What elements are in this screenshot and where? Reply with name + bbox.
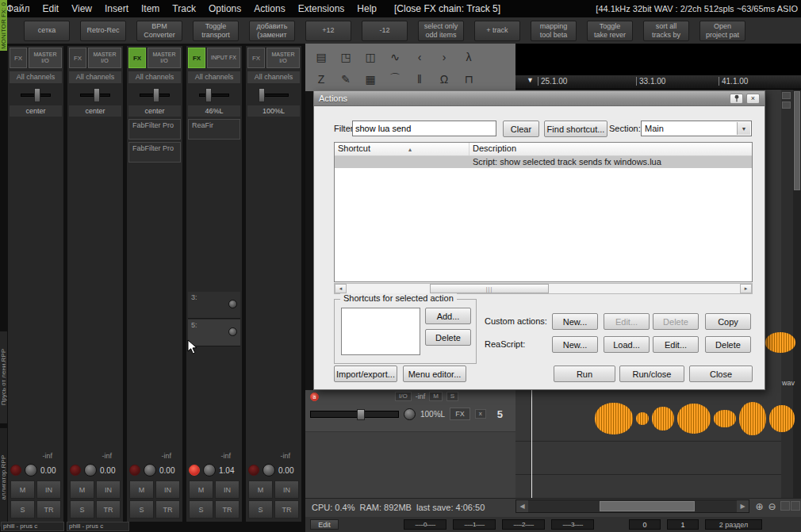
channels-selector[interactable]: All channels: [128, 71, 181, 83]
corner-grip[interactable]: [791, 501, 800, 511]
zoom-in-icon[interactable]: ⊕: [753, 500, 765, 512]
scroll-right-icon[interactable]: ▶: [737, 500, 749, 512]
io-button[interactable]: MASTER I/O: [148, 48, 181, 68]
reascript-load-button[interactable]: Load...: [604, 336, 650, 353]
toolbar-sort-tracks-button[interactable]: sort all tracks by: [643, 21, 689, 41]
transport-field-4[interactable]: -----3-----: [551, 519, 594, 530]
io-button[interactable]: INPUT FX: [207, 48, 240, 68]
solo-button[interactable]: S: [70, 500, 94, 519]
column-header-description[interactable]: Description: [469, 143, 752, 155]
send-knob[interactable]: [228, 300, 237, 308]
menu-edit[interactable]: Edit: [36, 3, 66, 14]
trim-button[interactable]: TR: [96, 500, 121, 519]
delete-shortcut-button[interactable]: Delete: [425, 329, 471, 346]
lines-icon[interactable]: ‖: [410, 71, 429, 88]
custom-new-button[interactable]: New...: [552, 313, 598, 330]
marker-flag-icon[interactable]: ▼: [527, 76, 534, 84]
channels-selector[interactable]: All channels: [247, 71, 300, 83]
fx-badge[interactable]: FX: [188, 48, 205, 68]
horizontal-scrollbar[interactable]: ◀ ▶: [515, 499, 749, 513]
grid-icon[interactable]: ▦: [361, 71, 380, 88]
record-arm-button[interactable]: [10, 465, 21, 476]
io-button[interactable]: MASTER I/O: [88, 48, 121, 68]
fx-badge[interactable]: FX: [128, 48, 146, 68]
toolbar-select-odd-items-button[interactable]: select only odd items: [418, 21, 464, 41]
transport-value-1[interactable]: 0: [629, 519, 661, 530]
toolbar-add-replace-button[interactable]: добавить (заменит: [249, 21, 295, 41]
project-tab-2[interactable]: аллигатор.RPP: [0, 428, 7, 526]
transport-field-1[interactable]: -----0-----: [404, 519, 446, 530]
mute-button[interactable]: M: [10, 480, 35, 499]
send-knob[interactable]: [228, 327, 237, 336]
fx-slot[interactable]: FabFilter Pro: [128, 142, 181, 163]
vertical-scrollbar[interactable]: [793, 90, 801, 498]
mute-button[interactable]: M: [248, 480, 273, 499]
scroll-right-icon[interactable]: ▸: [740, 284, 752, 293]
fx-badge[interactable]: FX: [69, 48, 86, 68]
section-dropdown[interactable]: Main ▼: [641, 121, 752, 136]
toolbar-mapping-tool-button[interactable]: mapping tool beta: [531, 21, 577, 41]
toolbar-grid-button[interactable]: сетка: [24, 21, 70, 41]
toolbar-plus12-button[interactable]: +12: [305, 21, 351, 41]
list-horizontal-scrollbar[interactable]: ◂ ||| ▸: [334, 283, 753, 294]
find-shortcut-button[interactable]: Find shortcut...: [544, 121, 607, 137]
scroll-left-icon[interactable]: ◀: [516, 500, 528, 512]
menu-extensions[interactable]: Extensions: [292, 3, 351, 14]
track-mini-button[interactable]: [782, 92, 791, 99]
input-button[interactable]: IN: [96, 480, 121, 499]
solo-button[interactable]: S: [10, 500, 35, 519]
close-button[interactable]: Close: [689, 366, 753, 382]
input-button[interactable]: IN: [155, 480, 180, 499]
menu-context-label[interactable]: [Close FX chain: Track 5]: [394, 3, 500, 14]
corner-grip[interactable]: [780, 501, 790, 511]
io-button[interactable]: MASTER I/O: [266, 48, 300, 68]
io-button[interactable]: I/O: [395, 392, 412, 401]
menu-help[interactable]: Help: [351, 3, 383, 14]
media-item-label[interactable]: phill - prus c: [67, 522, 129, 531]
horizontal-scrollbar-thumb[interactable]: [600, 501, 695, 511]
custom-edit-button[interactable]: Edit...: [604, 313, 650, 330]
track-mini-button[interactable]: [782, 101, 791, 109]
menu-view[interactable]: View: [65, 3, 98, 14]
shortcuts-listbox[interactable]: [341, 308, 420, 355]
toolbar-bpm-converter-button[interactable]: BPM Converter: [136, 21, 182, 41]
menu-options[interactable]: Options: [202, 3, 247, 14]
trim-button[interactable]: TR: [36, 500, 61, 519]
monitor-fx-tab[interactable]: MONITOR FX: 0: [0, 0, 7, 51]
fx-close-button[interactable]: x: [475, 409, 486, 419]
run-button[interactable]: Run: [554, 366, 615, 382]
send-slot-3[interactable]: 3:: [188, 292, 240, 319]
input-button[interactable]: IN: [274, 480, 299, 499]
toolbar-open-project-button[interactable]: Open project pat: [699, 21, 745, 41]
mute-button[interactable]: M: [429, 392, 443, 401]
lock-icon[interactable]: ⊓: [459, 71, 478, 88]
envelope-curve-icon[interactable]: ⌒: [385, 71, 404, 88]
gain-knob[interactable]: [25, 464, 37, 477]
timeline-ruler[interactable]: ▼ 25.1.00 33.1.00 41.1.00: [515, 75, 801, 90]
menu-track[interactable]: Track: [166, 3, 202, 14]
selected-action-row[interactable]: Script: show selected track sends fx win…: [335, 156, 752, 168]
loop-icon[interactable]: Ω: [435, 71, 454, 88]
fx-slot[interactable]: FabFilter Pro: [128, 119, 181, 140]
gain-knob[interactable]: [263, 464, 275, 477]
column-header-shortcut[interactable]: Shortcut▴: [335, 143, 469, 155]
pin-button[interactable]: [730, 94, 743, 104]
reascript-new-button[interactable]: New...: [552, 336, 598, 353]
pencil-icon[interactable]: ✎: [336, 71, 355, 88]
menu-actions[interactable]: Actions: [247, 3, 291, 14]
toolbar-toggle-take-button[interactable]: Toggle take rever: [587, 21, 633, 41]
pan-slider[interactable]: [247, 85, 300, 105]
paperclip-icon[interactable]: ∿: [385, 48, 404, 66]
record-arm-button[interactable]: [70, 465, 81, 476]
toolbar-add-track-button[interactable]: + track: [474, 21, 520, 41]
pan-knob[interactable]: [404, 408, 416, 420]
gain-knob[interactable]: [203, 464, 216, 477]
save-project-icon[interactable]: ◫: [361, 48, 380, 66]
volume-slider[interactable]: [310, 411, 399, 418]
scrollbar-thumb[interactable]: |||: [430, 284, 549, 293]
solo-button[interactable]: S: [189, 500, 213, 519]
menu-insert[interactable]: Insert: [98, 3, 135, 14]
transport-field-3[interactable]: -----2-----: [502, 519, 545, 530]
pan-slider[interactable]: [188, 85, 240, 105]
new-project-icon[interactable]: ▤: [312, 48, 331, 66]
